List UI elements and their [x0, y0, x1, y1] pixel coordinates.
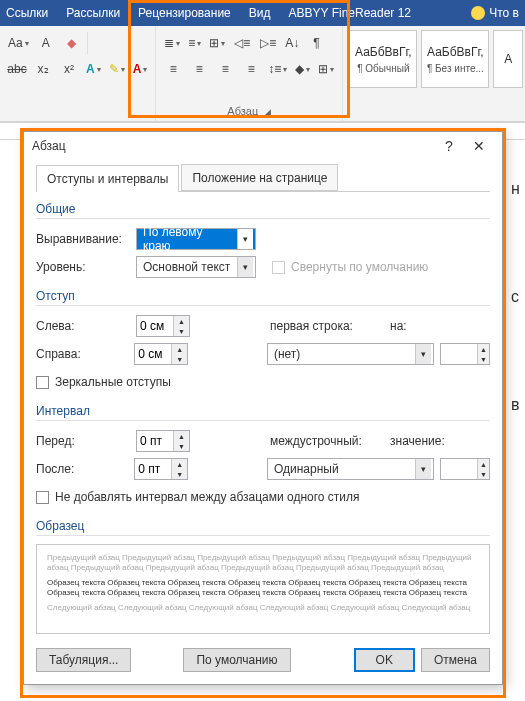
before-input[interactable]	[137, 431, 173, 451]
divider	[87, 32, 109, 54]
show-marks-button[interactable]: ¶	[305, 32, 327, 54]
sort-button[interactable]: A↓	[283, 32, 301, 54]
spin-up-icon[interactable]: ▲	[172, 344, 187, 354]
indent-title: Отступ	[36, 289, 490, 306]
mirror-label: Зеркальные отступы	[55, 375, 171, 389]
increase-indent-button[interactable]: ▷≡	[257, 32, 279, 54]
tab-review[interactable]: Рецензирование	[138, 6, 231, 20]
collapse-checkbox	[272, 261, 285, 274]
dialog-launcher-icon[interactable]: ◢	[264, 107, 271, 117]
chevron-down-icon: ▾	[415, 459, 431, 479]
paragraph-dialog: Абзац ? ✕ Отступы и интервалы Положение …	[23, 131, 503, 685]
change-case-button[interactable]: Aa▾	[6, 32, 31, 54]
styles-group: АаБбВвГг, ¶ Обычный АаБбВвГг, ¶ Без инте…	[343, 26, 525, 121]
font-group: Aa▾ A ◆ abc x₂ x² A▾ ✎▾ A▾	[0, 26, 155, 121]
tabs-button[interactable]: Табуляция...	[36, 648, 131, 672]
bullets-button[interactable]: ≣▾	[162, 32, 182, 54]
after-input[interactable]	[135, 459, 171, 479]
align-right-button[interactable]: ≡	[214, 58, 236, 80]
at-spinner[interactable]: ▲▼	[440, 458, 490, 480]
text-effects-button[interactable]: A▾	[84, 58, 103, 80]
by-input[interactable]	[441, 344, 477, 364]
level-select[interactable]: Основной текст ▾	[136, 256, 256, 278]
line-spacing-select[interactable]: Одинарный ▾	[267, 458, 434, 480]
nospace-checkbox[interactable]	[36, 491, 49, 504]
left-indent-spinner[interactable]: ▲▼	[136, 315, 190, 337]
tell-me-label: Что в	[489, 6, 519, 20]
dialog-title: Абзац	[32, 139, 434, 153]
right-indent-label: Справа:	[36, 347, 134, 361]
numbering-button[interactable]: ≡▾	[186, 32, 203, 54]
preview-title: Образец	[36, 519, 490, 536]
alignment-select[interactable]: По левому краю ▾	[136, 228, 256, 250]
style-normal[interactable]: АаБбВвГг, ¶ Обычный	[349, 30, 417, 88]
spin-down-icon[interactable]: ▼	[172, 354, 187, 364]
before-spinner[interactable]: ▲▼	[136, 430, 190, 452]
justify-button[interactable]: ≡	[240, 58, 262, 80]
spin-up-icon[interactable]: ▲	[174, 431, 189, 441]
multilevel-button[interactable]: ⊞▾	[207, 32, 227, 54]
spin-up-icon[interactable]: ▲	[174, 316, 189, 326]
spacing-title: Интервал	[36, 404, 490, 421]
first-line-select[interactable]: (нет) ▾	[267, 343, 434, 365]
tab-finereader[interactable]: ABBYY FineReader 12	[289, 6, 412, 20]
section-general: Общие Выравнивание: По левому краю ▾ Уро…	[36, 202, 490, 279]
superscript-button[interactable]: x²	[58, 58, 80, 80]
align-center-button[interactable]: ≡	[188, 58, 210, 80]
mirror-checkbox[interactable]	[36, 376, 49, 389]
ribbon-body: Aa▾ A ◆ abc x₂ x² A▾ ✎▾ A▾ ≣▾ ≡▾ ⊞▾ ◁≡ ▷…	[0, 26, 525, 122]
first-line-label: первая строка:	[270, 319, 390, 333]
grow-font-button[interactable]: A	[35, 32, 57, 54]
by-spinner[interactable]: ▲▼	[440, 343, 490, 365]
left-indent-input[interactable]	[137, 316, 173, 336]
spin-up-icon[interactable]: ▲	[478, 459, 489, 469]
dialog-tabs: Отступы и интервалы Положение на страниц…	[36, 164, 490, 192]
ok-button[interactable]: OK	[354, 648, 415, 672]
close-button[interactable]: ✕	[464, 138, 494, 154]
chevron-down-icon: ▾	[415, 344, 431, 364]
cancel-button[interactable]: Отмена	[421, 648, 490, 672]
after-spinner[interactable]: ▲▼	[134, 458, 188, 480]
highlight-button[interactable]: ✎▾	[107, 58, 127, 80]
shading-button[interactable]: ◆▾	[293, 58, 312, 80]
section-indent: Отступ Слева: ▲▼ первая строка: на: Спра…	[36, 289, 490, 394]
spin-down-icon[interactable]: ▼	[478, 354, 489, 364]
spin-up-icon[interactable]: ▲	[478, 344, 489, 354]
font-color-button[interactable]: A▾	[131, 58, 150, 80]
chevron-down-icon: ▾	[237, 229, 253, 249]
spin-up-icon[interactable]: ▲	[172, 459, 187, 469]
section-preview: Образец Предыдущий абзац Предыдущий абза…	[36, 519, 490, 634]
clear-format-button[interactable]: ◆	[61, 32, 83, 54]
tab-view[interactable]: Вид	[249, 6, 271, 20]
tab-mailings[interactable]: Рассылки	[66, 6, 120, 20]
tab-references[interactable]: Ссылки	[6, 6, 48, 20]
general-title: Общие	[36, 202, 490, 219]
tab-page-position[interactable]: Положение на странице	[181, 164, 338, 191]
spin-down-icon[interactable]: ▼	[172, 469, 187, 479]
chevron-down-icon: ▾	[237, 257, 253, 277]
strike-button[interactable]: abc	[6, 58, 28, 80]
borders-button[interactable]: ⊞▾	[316, 58, 336, 80]
bulb-icon	[471, 6, 485, 20]
style-nospacing[interactable]: АаБбВвГг, ¶ Без инте...	[421, 30, 489, 88]
tell-me[interactable]: Что в	[471, 6, 519, 20]
spin-down-icon[interactable]: ▼	[174, 441, 189, 451]
default-button[interactable]: По умолчанию	[183, 648, 290, 672]
level-label: Уровень:	[36, 260, 136, 274]
spin-down-icon[interactable]: ▼	[174, 326, 189, 336]
help-button[interactable]: ?	[434, 138, 464, 154]
tab-indents-spacing[interactable]: Отступы и интервалы	[36, 165, 179, 192]
decrease-indent-button[interactable]: ◁≡	[231, 32, 253, 54]
right-indent-spinner[interactable]: ▲▼	[134, 343, 188, 365]
align-left-button[interactable]: ≡	[162, 58, 184, 80]
style-more[interactable]: А	[493, 30, 523, 88]
at-input[interactable]	[441, 459, 477, 479]
line-spacing-label: междустрочный:	[270, 434, 390, 448]
right-indent-input[interactable]	[135, 344, 171, 364]
subscript-button[interactable]: x₂	[32, 58, 54, 80]
spin-down-icon[interactable]: ▼	[478, 469, 489, 479]
document-text: н с в	[511, 150, 525, 504]
line-spacing-button[interactable]: ↕≡▾	[266, 58, 289, 80]
by-label: на:	[390, 319, 430, 333]
paragraph-group: ≣▾ ≡▾ ⊞▾ ◁≡ ▷≡ A↓ ¶ ≡ ≡ ≡ ≡ ↕≡▾ ◆▾ ⊞▾ Аб…	[155, 26, 343, 121]
